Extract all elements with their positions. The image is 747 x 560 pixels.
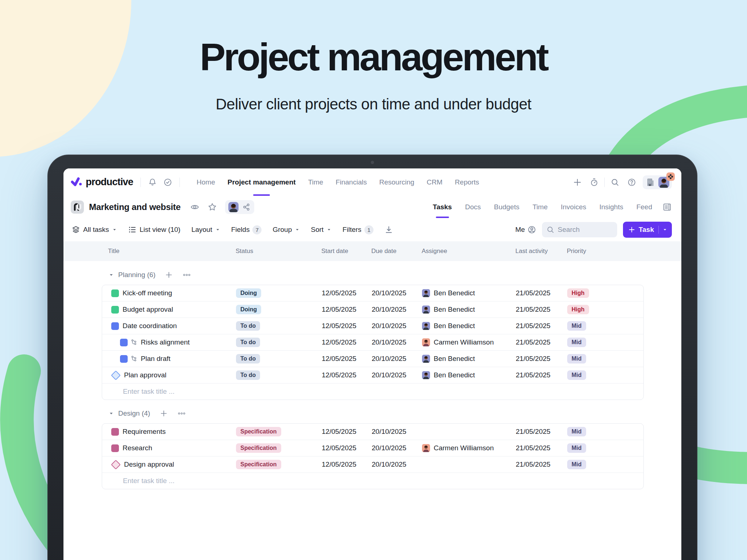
favorite-star-icon[interactable]	[208, 202, 217, 212]
layout-menu[interactable]: Layout	[191, 226, 220, 234]
fields-menu[interactable]: Fields 7	[231, 225, 262, 234]
app-logo[interactable]: productive	[71, 176, 133, 188]
due-date[interactable]: 20/10/2025	[372, 428, 422, 436]
start-date[interactable]: 12/05/2025	[322, 428, 372, 436]
collapse-caret-icon[interactable]	[109, 272, 114, 277]
start-date[interactable]: 12/05/2025	[322, 355, 372, 363]
group-menu-icon[interactable]	[177, 409, 186, 418]
column-status[interactable]: Status	[236, 248, 321, 255]
due-date[interactable]: 20/10/2025	[372, 306, 422, 314]
task-row[interactable]: Budget approval Doing 12/05/2025 20/10/2…	[102, 301, 643, 318]
search-icon[interactable]	[611, 178, 619, 187]
status-chip[interactable]: To do	[236, 321, 260, 331]
tab-feed[interactable]: Feed	[636, 196, 652, 218]
column-assignee[interactable]: Assignee	[422, 248, 515, 255]
task-row[interactable]: Plan draft To do 12/05/2025 20/10/2025 B…	[102, 350, 643, 367]
nav-item-project-management[interactable]: Project management	[228, 168, 296, 196]
group-add-icon[interactable]	[165, 271, 173, 279]
timer-icon[interactable]	[590, 178, 599, 187]
task-marker[interactable]	[111, 444, 119, 452]
status-chip[interactable]: Doing	[236, 288, 261, 298]
org-user-pill[interactable]	[643, 175, 672, 189]
nav-item-time[interactable]: Time	[308, 168, 324, 196]
add-task-row[interactable]: Enter task title ...	[102, 472, 643, 489]
filters-menu[interactable]: Filters 1	[342, 225, 374, 234]
due-date[interactable]: 20/10/2025	[372, 444, 422, 452]
task-marker[interactable]	[111, 370, 121, 380]
nav-item-financials[interactable]: Financials	[336, 168, 367, 196]
project-icon[interactable]	[71, 201, 84, 214]
priority-chip[interactable]: Mid	[567, 338, 586, 347]
priority-chip[interactable]: Mid	[567, 460, 586, 469]
task-marker[interactable]	[120, 339, 128, 346]
priority-chip[interactable]: Mid	[567, 370, 586, 380]
status-chip[interactable]: Doing	[236, 305, 261, 314]
task-row[interactable]: Plan approval To do 12/05/2025 20/10/202…	[102, 367, 643, 383]
group-header[interactable]: Planning (6)	[109, 269, 681, 280]
start-date[interactable]: 12/05/2025	[322, 371, 372, 379]
start-date[interactable]: 12/05/2025	[322, 444, 372, 452]
start-date[interactable]: 12/05/2025	[322, 338, 372, 346]
task-row[interactable]: Research Specification 12/05/2025 20/10/…	[102, 440, 643, 456]
export-download[interactable]	[384, 225, 393, 234]
task-marker[interactable]	[120, 355, 128, 363]
column-last-activity[interactable]: Last activity	[515, 248, 567, 255]
help-icon[interactable]	[627, 178, 636, 187]
due-date[interactable]: 20/10/2025	[372, 371, 422, 379]
assignee-name[interactable]: Carmen Williamson	[434, 338, 494, 346]
tab-time[interactable]: Time	[533, 196, 548, 218]
priority-chip[interactable]: Mid	[567, 354, 586, 363]
group-add-icon[interactable]	[160, 409, 168, 417]
start-date[interactable]: 12/05/2025	[322, 289, 372, 297]
tab-budgets[interactable]: Budgets	[494, 196, 519, 218]
status-chip[interactable]: To do	[236, 338, 260, 347]
tab-tasks[interactable]: Tasks	[433, 196, 452, 218]
assignee-name[interactable]: Carmen Williamson	[434, 444, 494, 452]
task-marker[interactable]	[111, 306, 119, 314]
add-task-button[interactable]: Task	[623, 222, 672, 238]
task-marker[interactable]	[111, 460, 121, 470]
chevron-down-icon[interactable]	[662, 227, 667, 232]
group-menu[interactable]: Group	[272, 226, 300, 234]
assignee-name[interactable]: Ben Benedict	[434, 371, 475, 379]
quick-add-plus-icon[interactable]	[573, 178, 582, 187]
watch-eye-icon[interactable]	[190, 202, 200, 212]
start-date[interactable]: 12/05/2025	[322, 306, 372, 314]
task-row[interactable]: Risks alignment To do 12/05/2025 20/10/2…	[102, 334, 643, 350]
assignee-name[interactable]: Ben Benedict	[434, 322, 475, 330]
tab-docs[interactable]: Docs	[465, 196, 481, 218]
column-title[interactable]: Title	[102, 248, 236, 255]
me-filter[interactable]: Me	[515, 225, 536, 234]
column-priority[interactable]: Priority	[567, 248, 643, 255]
notifications-bell-icon[interactable]	[148, 178, 157, 187]
status-chip[interactable]: Specification	[236, 443, 281, 453]
priority-chip[interactable]: Mid	[567, 321, 586, 331]
scope-selector[interactable]: All tasks	[71, 225, 117, 234]
due-date[interactable]: 20/10/2025	[372, 322, 422, 330]
nav-item-resourcing[interactable]: Resourcing	[379, 168, 414, 196]
priority-chip[interactable]: High	[567, 288, 589, 298]
status-chip[interactable]: To do	[236, 370, 260, 380]
task-row[interactable]: Requirements Specification 12/05/2025 20…	[102, 424, 643, 440]
column-due-date[interactable]: Due date	[371, 248, 422, 255]
side-panel-icon[interactable]	[662, 202, 672, 212]
assignee-name[interactable]: Ben Benedict	[434, 355, 475, 363]
add-task-row[interactable]: Enter task title ...	[102, 383, 643, 400]
collapse-caret-icon[interactable]	[109, 411, 114, 416]
tab-invoices[interactable]: Invoices	[561, 196, 587, 218]
sort-menu[interactable]: Sort	[311, 226, 332, 234]
assignee-name[interactable]: Ben Benedict	[434, 289, 475, 297]
start-date[interactable]: 12/05/2025	[322, 322, 372, 330]
due-date[interactable]: 20/10/2025	[372, 289, 422, 297]
status-chip[interactable]: Specification	[236, 460, 281, 469]
due-date[interactable]: 20/10/2025	[372, 460, 422, 468]
search-input[interactable]: Search	[542, 222, 617, 237]
task-row[interactable]: Date coordination To do 12/05/2025 20/10…	[102, 318, 643, 334]
priority-chip[interactable]: High	[567, 305, 589, 314]
my-tasks-check-icon[interactable]	[163, 178, 172, 187]
task-row[interactable]: Kick-off meeting Doing 12/05/2025 20/10/…	[102, 285, 643, 301]
nav-item-reports[interactable]: Reports	[455, 168, 479, 196]
task-marker[interactable]	[111, 289, 119, 297]
task-marker[interactable]	[111, 322, 119, 330]
view-selector[interactable]: List view (10)	[128, 225, 181, 234]
